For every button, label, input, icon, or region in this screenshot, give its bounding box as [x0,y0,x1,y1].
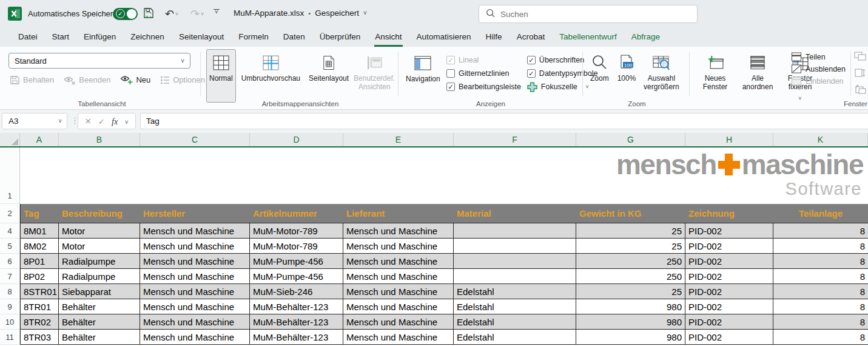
tab-automatisieren[interactable]: Automatisieren [409,27,479,47]
button-100%[interactable]: 100100% [614,49,639,103]
button-auswahl-vergroessern[interactable]: Auswahl vergrößern [641,49,681,103]
cell-C7[interactable]: Mensch und Maschine [140,269,250,284]
cell-H7[interactable]: PID-002 [685,269,773,284]
sheet-view-select[interactable]: Standard ˅ [8,53,190,69]
column-header-G[interactable]: G [576,133,685,146]
cell-B10[interactable]: Behälter [59,314,140,330]
tab-daten[interactable]: Daten [276,27,312,47]
column-header-D[interactable]: D [250,133,343,146]
row-header-10[interactable]: 10 [0,314,20,330]
column-header-C[interactable]: C [140,133,250,146]
checkbox-gitternetzlinien[interactable]: Gitternetzlinien [446,69,521,78]
cell-G10[interactable]: 980 [576,314,685,330]
cell-D11[interactable]: MuM-Behälter-123 [250,330,343,345]
button-alle-anordnen[interactable]: Alle anordnen [738,49,778,103]
excel-logo-icon[interactable] [8,7,22,21]
row-header-9[interactable]: 9 [0,299,20,314]
column-header-K[interactable]: K [773,133,868,146]
row-header-2[interactable]: 2 [0,204,20,223]
button-teilen[interactable]: Teilen [791,52,846,61]
formula-input[interactable]: Tag [140,113,868,129]
insert-function-icon[interactable] [112,116,118,127]
cancel-icon[interactable] [85,115,91,127]
cell-F9[interactable]: Edelstahl [454,299,576,314]
save-button[interactable] [143,7,155,19]
button-neu[interactable]: Neu [120,75,150,85]
tab-hilfe[interactable]: Hilfe [479,27,510,47]
cell-A9[interactable]: 8TR01 [20,299,59,314]
column-header-B[interactable]: B [59,133,140,146]
cell-A11[interactable]: 8TR03 [20,330,59,345]
cell-A1[interactable]: menschmaschineSoftware [20,148,868,204]
tab-abfrage[interactable]: Abfrage [624,27,667,47]
cell-F6[interactable] [454,254,576,269]
button-ausblenden[interactable]: Ausblenden [791,64,846,73]
tab-zeichnen[interactable]: Zeichnen [123,27,172,47]
cell-B9[interactable]: Behälter [59,299,140,314]
cell-K7[interactable]: 8 [773,269,868,284]
cell-E11[interactable]: Mensch und Maschine [343,330,454,345]
cell-H5[interactable]: PID-002 [685,239,773,254]
navigation-button[interactable]: Navigation [403,50,443,103]
cell-F7[interactable] [454,269,576,284]
cell-B6[interactable]: Radialpumpe [59,254,140,269]
cell-B4[interactable]: Motor [59,223,140,239]
cell-H11[interactable]: PID-002 [685,330,773,345]
tab-acrobat[interactable]: Acrobat [510,27,553,47]
cell-C2[interactable]: Hersteller [140,204,250,223]
cell-C10[interactable]: Mensch und Maschine [140,314,250,330]
search-bar[interactable] [479,5,698,23]
column-header-E[interactable]: E [343,133,454,146]
cell-E2[interactable]: Lieferant [343,204,454,223]
cell-A6[interactable]: 8P01 [20,254,59,269]
cell-K8[interactable]: 8 [773,284,868,299]
row-header-4[interactable]: 4 [0,223,20,239]
button-umbruchvorschau[interactable]: Umbruchvorschau [238,49,303,103]
cell-F4[interactable] [454,223,576,239]
cell-H10[interactable]: PID-002 [685,314,773,330]
cell-K4[interactable]: 8 [773,223,868,239]
cell-E10[interactable]: Mensch und Maschine [343,314,454,330]
button-zoom[interactable]: Zoom [587,49,612,103]
row-header-11[interactable]: 11 [0,330,20,345]
cell-A2[interactable]: Tag [20,204,59,223]
cell-G9[interactable]: 980 [576,299,685,314]
cell-C6[interactable]: Mensch und Maschine [140,254,250,269]
cell-H8[interactable]: PID-002 [685,284,773,299]
cell-E4[interactable]: Mensch und Maschine [343,223,454,239]
redo-button[interactable]: ↷˅ [190,7,204,21]
cell-C8[interactable]: Mensch und Maschine [140,284,250,299]
cell-E7[interactable]: Mensch und Maschine [343,269,454,284]
cell-B8[interactable]: Siebapparat [59,284,140,299]
cell-E9[interactable]: Mensch und Maschine [343,299,454,314]
cell-K10[interactable]: 8 [773,314,868,330]
cell-G2[interactable]: Gewicht in KG [576,204,685,223]
cell-B2[interactable]: Beschreibung [59,204,140,223]
cell-H6[interactable]: PID-002 [685,254,773,269]
cell-A7[interactable]: 8P02 [20,269,59,284]
cell-A8[interactable]: 8STR01 [20,284,59,299]
cell-K2[interactable]: Teilanlage [773,204,868,223]
cell-C5[interactable]: Mensch und Maschine [140,239,250,254]
tab-ansicht[interactable]: Ansicht [368,27,409,47]
cell-K9[interactable]: 8 [773,299,868,314]
column-header-F[interactable]: F [454,133,576,146]
cell-C4[interactable]: Mensch und Maschine [140,223,250,239]
column-header-H[interactable]: H [685,133,773,146]
button-normal[interactable]: Normal [206,49,236,103]
customize-toolbar-button[interactable]: ˅ [214,9,220,15]
tab-tabellenentwurf[interactable]: Tabellenentwurf [552,27,624,47]
cell-D7[interactable]: MuM-Pumpe-456 [250,269,343,284]
tab-datei[interactable]: Datei [11,27,45,47]
cell-A5[interactable]: 8M02 [20,239,59,254]
document-title[interactable]: MuM-Apparate.xlsx • Gespeichert ˅ [234,8,367,18]
checkbox-lineal[interactable]: Lineal [446,56,521,64]
tab-formeln[interactable]: Formeln [231,27,276,47]
button-seitenlayout[interactable]: Seitenlayout [306,49,352,103]
row-header-1[interactable]: 1 [0,148,20,204]
cell-D5[interactable]: MuM-Motor-789 [250,239,343,254]
cell-F8[interactable]: Edelstahl [454,284,576,299]
cell-G6[interactable]: 250 [576,254,685,269]
cell-H9[interactable]: PID-002 [685,299,773,314]
row-header-7[interactable]: 7 [0,269,20,284]
